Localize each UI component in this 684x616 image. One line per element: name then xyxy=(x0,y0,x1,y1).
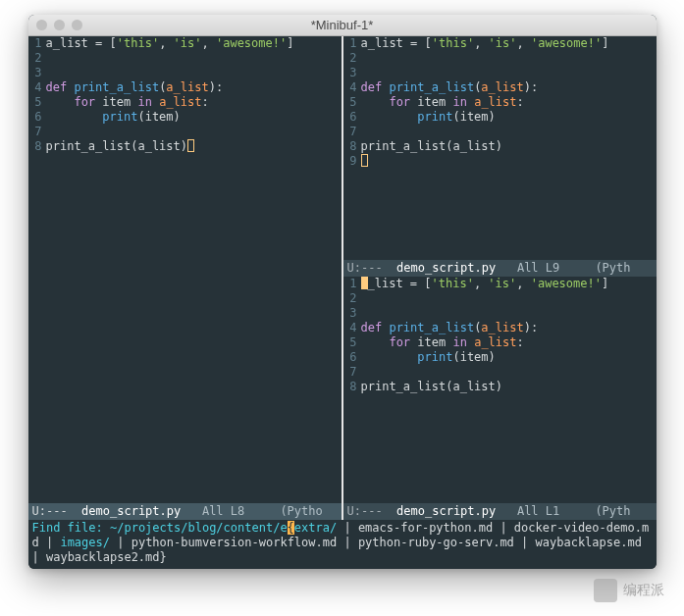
completion-option[interactable]: python-bumversion-workflow.md xyxy=(132,536,338,549)
modeline-right-bottom[interactable]: U:--- demo_script.py All L1 (Pyth xyxy=(343,503,657,520)
titlebar[interactable]: *Minibuf-1* xyxy=(28,15,657,36)
gutter-right-bottom: 1 2 3 4 5 6 7 8 xyxy=(343,277,361,394)
app-window: *Minibuf-1* 1 2 3 4 5 6 7 8 xyxy=(28,15,657,569)
code-left[interactable]: a_list = ['this', 'is', 'awesome!'] def … xyxy=(46,36,342,154)
completion-option[interactable]: emacs-for-python.md xyxy=(358,521,493,535)
minibuffer-cursor: { xyxy=(288,521,294,535)
code-right-top[interactable]: a_list = ['this', 'is', 'awesome!'] def … xyxy=(361,36,657,169)
completion-option[interactable]: waybacklapse2.md xyxy=(46,550,160,564)
code-right-bottom[interactable]: _list = ['this', 'is', 'awesome!'] def p… xyxy=(361,277,657,394)
minibuffer[interactable]: Find file: ~/projects/blog/content/e{ext… xyxy=(28,520,657,569)
buffer-right-bottom[interactable]: 1 2 3 4 5 6 7 8 _list = ['this', 'is', '… xyxy=(343,277,657,394)
modeline-right-top[interactable]: U:--- demo_script.py All L9 (Pyth xyxy=(343,260,657,277)
completion-option[interactable]: waybacklapse.md xyxy=(536,536,642,549)
wechat-icon xyxy=(594,579,617,602)
completion-option[interactable]: python-ruby-go-serv.md xyxy=(358,536,514,549)
cursor-right-bottom xyxy=(361,277,368,289)
watermark: 编程派 xyxy=(594,579,664,602)
window-title: *Minibuf-1* xyxy=(28,18,657,32)
cursor-right-top xyxy=(361,154,368,167)
buffer-left[interactable]: 1 2 3 4 5 6 7 8 a_list = ['this', 'is', … xyxy=(28,36,342,154)
completion-dir[interactable]: images/ xyxy=(60,536,110,549)
gutter-right-top: 1 2 3 4 5 6 7 8 9 xyxy=(343,36,361,169)
minibuffer-prompt: Find file: xyxy=(32,521,110,535)
empty-area-rt[interactable] xyxy=(343,169,657,260)
empty-area-rb[interactable] xyxy=(343,394,657,503)
buffer-right-top[interactable]: 1 2 3 4 5 6 7 8 9 a_list = ['this', 'is'… xyxy=(343,36,657,169)
empty-area[interactable] xyxy=(28,154,342,503)
gutter-left: 1 2 3 4 5 6 7 8 xyxy=(28,36,46,154)
cursor-left xyxy=(187,139,194,152)
completion-dir[interactable]: extra/ xyxy=(294,521,337,535)
watermark-text: 编程派 xyxy=(623,582,664,599)
pane-right: 1 2 3 4 5 6 7 8 9 a_list = ['this', 'is'… xyxy=(343,36,657,520)
modeline-left[interactable]: U:--- demo_script.py All L8 (Pytho xyxy=(28,503,342,520)
editor-frame: 1 2 3 4 5 6 7 8 a_list = ['this', 'is', … xyxy=(28,36,657,569)
pane-left[interactable]: 1 2 3 4 5 6 7 8 a_list = ['this', 'is', … xyxy=(28,36,343,520)
